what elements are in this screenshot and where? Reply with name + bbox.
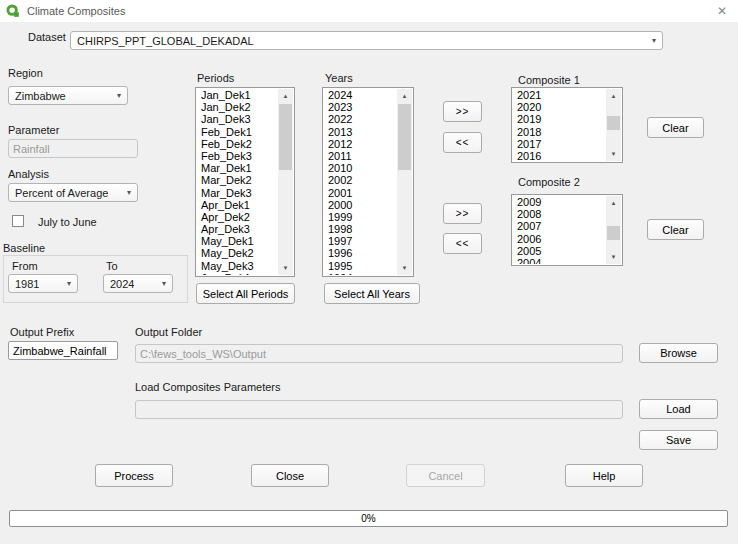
composite1-scrollbar[interactable]: ▲ ▼	[606, 89, 621, 161]
scroll-down-icon[interactable]: ▼	[397, 261, 412, 275]
cancel-button: Cancel	[406, 464, 485, 487]
list-item[interactable]: 2009	[513, 196, 605, 208]
periods-listbox[interactable]: Jan_Dek1Jan_Dek2Jan_Dek3Feb_Dek1Feb_Dek2…	[195, 87, 295, 277]
remove-from-composite1-button[interactable]: <<	[443, 132, 482, 153]
list-item[interactable]: May_Dek3	[197, 260, 277, 272]
list-item[interactable]: Jan_Dek3	[197, 113, 277, 125]
list-item[interactable]: 2023	[324, 101, 396, 113]
scrollbar-thumb[interactable]	[279, 104, 292, 170]
july-to-june-checkbox[interactable]	[12, 215, 24, 227]
chevron-down-icon: ▾	[158, 280, 166, 288]
list-item[interactable]: May_Dek1	[197, 235, 277, 247]
process-button[interactable]: Process	[95, 464, 173, 487]
list-item[interactable]: 2017	[513, 138, 605, 150]
list-item[interactable]: Mar_Dek2	[197, 174, 277, 186]
list-item[interactable]: 2010	[324, 162, 396, 174]
list-item[interactable]: 1999	[324, 211, 396, 223]
years-label: Years	[325, 72, 353, 84]
list-item[interactable]: 2006	[513, 233, 605, 245]
scrollbar-thumb[interactable]	[607, 116, 620, 130]
years-listbox[interactable]: 2024202320222013201220112010200220012000…	[322, 87, 414, 277]
list-item[interactable]: Apr_Dek1	[197, 199, 277, 211]
list-item[interactable]: Feb_Dek2	[197, 138, 277, 150]
output-folder-field	[135, 344, 623, 363]
list-item[interactable]: 1996	[324, 247, 396, 259]
list-item[interactable]: 2002	[324, 174, 396, 186]
list-item[interactable]: 2024	[324, 89, 396, 101]
list-item[interactable]: 2012	[324, 138, 396, 150]
select-all-years-button[interactable]: Select All Years	[324, 283, 420, 304]
dataset-combobox[interactable]: CHIRPS_PPT_GLOBAL_DEKADAL ▾	[70, 31, 663, 50]
baseline-to-combobox[interactable]: 2024 ▾	[103, 274, 173, 293]
list-item[interactable]: Mar_Dek1	[197, 162, 277, 174]
browse-button[interactable]: Browse	[639, 343, 718, 363]
baseline-to-label: To	[106, 260, 118, 272]
list-item[interactable]: Feb_Dek3	[197, 150, 277, 162]
list-item[interactable]: 2020	[513, 101, 605, 113]
clear-composite1-button[interactable]: Clear	[647, 117, 704, 138]
composite2-listbox[interactable]: 200920082007200620052004 ▲ ▼	[511, 194, 623, 266]
list-item[interactable]: 1994	[324, 272, 396, 275]
close-button[interactable]: Close	[251, 464, 329, 487]
list-item[interactable]: 2007	[513, 220, 605, 232]
list-item[interactable]: 2013	[324, 126, 396, 138]
region-combobox[interactable]: Zimbabwe ▾	[8, 86, 128, 105]
list-item[interactable]: 2016	[513, 150, 605, 161]
scroll-up-icon[interactable]: ▲	[397, 89, 412, 103]
list-item[interactable]: Apr_Dek2	[197, 211, 277, 223]
baseline-from-combobox[interactable]: 1981 ▾	[8, 274, 78, 293]
periods-label: Periods	[197, 72, 234, 84]
periods-scrollbar[interactable]: ▲ ▼	[278, 89, 293, 275]
list-item[interactable]: 2008	[513, 208, 605, 220]
dataset-label: Dataset	[28, 31, 66, 43]
list-item[interactable]: 2018	[513, 126, 605, 138]
region-label: Region	[8, 67, 43, 79]
list-item[interactable]: 1998	[324, 223, 396, 235]
list-item[interactable]: Jun_Dek1	[197, 272, 277, 275]
list-item[interactable]: 2000	[324, 199, 396, 211]
add-to-composite2-button[interactable]: >>	[443, 203, 482, 224]
scroll-down-icon[interactable]: ▼	[606, 250, 621, 264]
composite1-listbox[interactable]: 202120202019201820172016 ▲ ▼	[511, 87, 623, 163]
progress-value: 0%	[361, 513, 375, 524]
load-button[interactable]: Load	[639, 399, 718, 419]
composite2-scrollbar[interactable]: ▲ ▼	[606, 196, 621, 264]
scroll-up-icon[interactable]: ▲	[606, 196, 621, 210]
remove-from-composite2-button[interactable]: <<	[443, 233, 482, 254]
chevron-down-icon: ▾	[648, 37, 656, 45]
analysis-label: Analysis	[8, 168, 49, 180]
list-item[interactable]: Feb_Dek1	[197, 126, 277, 138]
list-item[interactable]: Mar_Dek3	[197, 187, 277, 199]
baseline-label: Baseline	[3, 242, 45, 254]
clear-composite2-button[interactable]: Clear	[647, 219, 704, 240]
scrollbar-thumb[interactable]	[607, 226, 620, 240]
list-item[interactable]: 2021	[513, 89, 605, 101]
scroll-down-icon[interactable]: ▼	[606, 147, 621, 161]
list-item[interactable]: 2001	[324, 187, 396, 199]
list-item[interactable]: May_Dek2	[197, 247, 277, 259]
scroll-up-icon[interactable]: ▲	[606, 89, 621, 103]
region-value: Zimbabwe	[15, 90, 66, 102]
save-button[interactable]: Save	[639, 430, 718, 450]
list-item[interactable]: 2005	[513, 245, 605, 257]
close-icon[interactable]: ✕	[714, 3, 730, 19]
list-item[interactable]: 2019	[513, 113, 605, 125]
scroll-down-icon[interactable]: ▼	[278, 261, 293, 275]
list-item[interactable]: Jan_Dek1	[197, 89, 277, 101]
list-item[interactable]: 2004	[513, 257, 605, 264]
list-item[interactable]: Jan_Dek2	[197, 101, 277, 113]
scrollbar-thumb[interactable]	[398, 104, 411, 170]
add-to-composite1-button[interactable]: >>	[443, 101, 482, 122]
analysis-combobox[interactable]: Percent of Average ▾	[8, 183, 138, 202]
help-button[interactable]: Help	[565, 464, 643, 487]
list-item[interactable]: Apr_Dek3	[197, 223, 277, 235]
select-all-periods-button[interactable]: Select All Periods	[196, 283, 295, 304]
baseline-from-label: From	[12, 260, 38, 272]
list-item[interactable]: 2011	[324, 150, 396, 162]
list-item[interactable]: 1995	[324, 260, 396, 272]
list-item[interactable]: 1997	[324, 235, 396, 247]
list-item[interactable]: 2022	[324, 113, 396, 125]
scroll-up-icon[interactable]: ▲	[278, 89, 293, 103]
output-prefix-input[interactable]	[8, 341, 118, 360]
years-scrollbar[interactable]: ▲ ▼	[397, 89, 412, 275]
